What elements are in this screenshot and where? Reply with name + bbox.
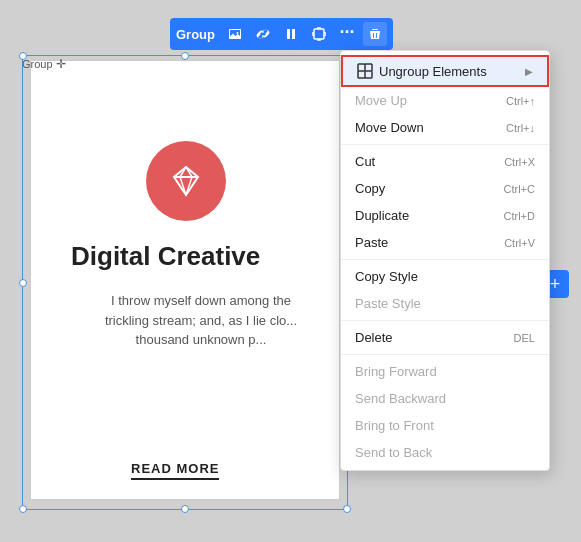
handle-bottom-middle[interactable] <box>181 505 189 513</box>
handle-middle-left[interactable] <box>19 279 27 287</box>
move-icon: ✛ <box>56 57 66 71</box>
divider-2 <box>341 259 549 260</box>
svg-marker-0 <box>174 167 198 195</box>
trash-icon <box>368 27 382 41</box>
group-label: Group ✛ <box>22 57 66 71</box>
toolbar: Group ··· <box>170 18 393 50</box>
ungroup-icon <box>357 63 373 79</box>
toolbar-image-button[interactable] <box>223 22 247 46</box>
image-icon <box>227 26 243 42</box>
ungroup-label: Ungroup Elements <box>357 63 487 79</box>
card: Digital Creative I throw myself down amo… <box>30 60 340 500</box>
context-menu-move-down[interactable]: Move Down Ctrl+↓ <box>341 114 549 141</box>
toolbar-link-button[interactable] <box>251 22 275 46</box>
context-menu-bring-forward: Bring Forward <box>341 358 549 385</box>
svg-rect-7 <box>314 29 324 39</box>
context-menu-move-up: Move Up Ctrl+↑ <box>341 87 549 114</box>
context-menu-duplicate[interactable]: Duplicate Ctrl+D <box>341 202 549 229</box>
plus-icon: + <box>550 274 561 295</box>
handle-top-middle[interactable] <box>181 52 189 60</box>
context-menu-ungroup[interactable]: Ungroup Elements ▶ <box>341 55 549 87</box>
card-body: I throw myself down among the trickling … <box>71 291 331 350</box>
context-menu-copy-style[interactable]: Copy Style <box>341 263 549 290</box>
context-menu-paste[interactable]: Paste Ctrl+V <box>341 229 549 256</box>
context-menu-paste-style: Paste Style <box>341 290 549 317</box>
context-menu: Ungroup Elements ▶ Move Up Ctrl+↑ Move D… <box>340 50 550 471</box>
context-menu-bring-to-front: Bring to Front <box>341 412 549 439</box>
svg-rect-6 <box>292 29 295 39</box>
pause-icon <box>284 27 298 41</box>
context-menu-send-backward: Send Backward <box>341 385 549 412</box>
group-text: Group <box>22 58 53 70</box>
svg-rect-5 <box>287 29 290 39</box>
divider-4 <box>341 354 549 355</box>
diamond-circle <box>146 141 226 221</box>
divider-1 <box>341 144 549 145</box>
divider-3 <box>341 320 549 321</box>
canvas: Digital Creative I throw myself down amo… <box>0 0 581 542</box>
crop-icon <box>311 26 327 42</box>
diamond-icon <box>168 163 204 199</box>
handle-bottom-right[interactable] <box>343 505 351 513</box>
toolbar-delete-button[interactable] <box>363 22 387 46</box>
card-title: Digital Creative <box>71 241 331 272</box>
toolbar-pause-button[interactable] <box>279 22 303 46</box>
read-more-label: READ MORE <box>131 461 219 480</box>
svg-rect-16 <box>358 64 365 71</box>
context-menu-cut[interactable]: Cut Ctrl+X <box>341 148 549 175</box>
svg-rect-17 <box>365 71 372 78</box>
context-menu-copy[interactable]: Copy Ctrl+C <box>341 175 549 202</box>
handle-bottom-left[interactable] <box>19 505 27 513</box>
context-menu-send-to-back: Send to Back <box>341 439 549 466</box>
ungroup-arrow: ▶ <box>525 66 533 77</box>
toolbar-more-button[interactable]: ··· <box>335 22 359 46</box>
toolbar-crop-button[interactable] <box>307 22 331 46</box>
context-menu-delete[interactable]: Delete DEL <box>341 324 549 351</box>
link-icon <box>255 26 271 42</box>
toolbar-group-label: Group <box>176 27 219 42</box>
